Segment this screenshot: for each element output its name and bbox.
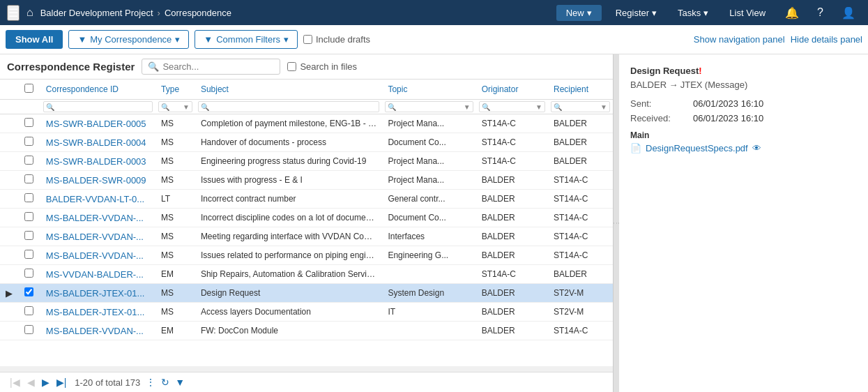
th-originator[interactable]: Originator — [476, 80, 548, 100]
row-checkbox-cell[interactable] — [19, 322, 40, 340]
file-link[interactable]: DesignRequestSpecs.pdf — [646, 143, 748, 153]
filter-subject-input[interactable] — [211, 103, 377, 111]
user-icon[interactable]: 👤 — [836, 3, 861, 22]
show-all-button[interactable]: Show All — [6, 30, 63, 49]
menu-button[interactable]: ☰ — [7, 5, 20, 21]
row-checkbox[interactable] — [24, 250, 33, 259]
th-recipient[interactable]: Recipient — [548, 80, 613, 100]
row-id-cell[interactable]: BALDER-VVDAN-LT-0... — [40, 190, 155, 209]
row-id-cell[interactable]: MS-SWR-BALDER-0003 — [40, 152, 155, 171]
table-row[interactable]: MS-BALDER-VVDAN-...MSIssues related to p… — [0, 246, 613, 265]
filter-type-input[interactable] — [171, 103, 181, 111]
my-correspondence-filter[interactable]: ▼ My Correspondence ▾ — [68, 30, 189, 49]
row-checkbox-cell[interactable] — [19, 246, 40, 265]
row-checkbox-cell[interactable] — [19, 133, 40, 152]
row-checkbox[interactable] — [24, 193, 33, 202]
list-view-button[interactable]: List View — [722, 5, 772, 21]
row-checkbox-cell[interactable] — [19, 152, 40, 171]
row-id-cell[interactable]: MS-BALDER-VVDAN-... — [40, 227, 155, 246]
table-row[interactable]: MS-SWR-BALDER-0003MSEngineering progress… — [0, 152, 613, 171]
correspondence-id-link[interactable]: MS-VVDAN-BALDER-... — [46, 269, 144, 280]
orig-filter-funnel[interactable]: ▼ — [535, 103, 542, 111]
row-checkbox[interactable] — [24, 174, 33, 183]
refresh-icon[interactable]: ↻ — [161, 377, 169, 388]
correspondence-id-link[interactable]: BALDER-VVDAN-LT-0... — [46, 194, 144, 204]
search-in-files-label[interactable]: Search in files — [287, 61, 357, 72]
correspondence-id-link[interactable]: MS-BALDER-VVDAN-... — [46, 213, 144, 223]
new-button[interactable]: New ▾ — [556, 5, 602, 21]
table-row[interactable]: MS-BALDER-VVDAN-...MSIncorrect disciplin… — [0, 209, 613, 227]
more-options-icon[interactable]: ⋮ — [146, 377, 155, 388]
select-all-checkbox[interactable] — [24, 84, 33, 93]
row-checkbox-cell[interactable] — [19, 284, 40, 303]
row-checkbox-cell[interactable] — [19, 190, 40, 209]
filter-orig-input[interactable] — [492, 103, 534, 111]
search-box[interactable]: 🔍 — [142, 59, 280, 75]
row-checkbox[interactable] — [24, 156, 33, 165]
row-checkbox[interactable] — [24, 306, 33, 315]
row-checkbox[interactable] — [24, 269, 33, 278]
eye-icon[interactable]: 👁 — [752, 143, 761, 153]
th-subject[interactable]: Subject — [195, 80, 383, 100]
search-in-files-checkbox[interactable] — [287, 62, 296, 71]
table-row[interactable]: MS-BALDER-VVDAN-...MSMeeting regarding i… — [0, 227, 613, 246]
th-correspondence-id[interactable]: Correspondence ID — [40, 80, 155, 100]
row-checkbox-cell[interactable] — [19, 209, 40, 227]
register-button[interactable]: Register ▾ — [609, 5, 664, 21]
horizontal-scrollbar[interactable] — [0, 366, 613, 372]
notifications-icon[interactable]: 🔔 — [779, 3, 805, 22]
th-topic[interactable]: Topic — [382, 80, 475, 100]
row-checkbox-cell[interactable] — [19, 171, 40, 190]
help-icon[interactable]: ? — [812, 3, 829, 22]
row-id-cell[interactable]: MS-BALDER-VVDAN-... — [40, 322, 155, 340]
row-id-cell[interactable]: MS-BALDER-SWR-0009 — [40, 171, 155, 190]
row-id-cell[interactable]: MS-VVDAN-BALDER-... — [40, 265, 155, 284]
first-page-button[interactable]: |◀ — [7, 375, 23, 389]
next-page-button[interactable]: ▶ — [39, 375, 52, 389]
filter-id-input[interactable] — [56, 103, 150, 111]
include-drafts-checkbox[interactable] — [303, 35, 312, 44]
table-row[interactable]: BALDER-VVDAN-LT-0...LTIncorrect contract… — [0, 190, 613, 209]
topic-filter-funnel[interactable]: ▼ — [464, 103, 471, 111]
hide-details-panel-button[interactable]: Hide details panel — [791, 34, 862, 45]
filter-topic-input[interactable] — [397, 103, 462, 111]
correspondence-id-link[interactable]: MS-BALDER-JTEX-01... — [46, 307, 145, 317]
row-checkbox-cell[interactable] — [19, 303, 40, 322]
row-checkbox[interactable] — [24, 325, 33, 334]
table-row[interactable]: MS-BALDER-SWR-0009MSIssues with progress… — [0, 171, 613, 190]
th-type[interactable]: Type — [155, 80, 195, 100]
type-filter-funnel[interactable]: ▼ — [183, 103, 190, 111]
filter-active-icon[interactable]: ▼ — [175, 377, 185, 388]
include-drafts-label[interactable]: Include drafts — [303, 34, 370, 45]
row-checkbox[interactable] — [24, 287, 33, 296]
correspondence-id-link[interactable]: MS-SWR-BALDER-0005 — [46, 119, 146, 129]
correspondence-id-link[interactable]: MS-SWR-BALDER-0004 — [46, 137, 146, 148]
table-row[interactable]: ▶MS-BALDER-JTEX-01...MSDesign RequestSys… — [0, 284, 613, 303]
correspondence-id-link[interactable]: MS-SWR-BALDER-0003 — [46, 156, 146, 167]
panel-resize-handle[interactable]: ⋮ — [614, 54, 619, 392]
correspondence-id-link[interactable]: MS-BALDER-VVDAN-... — [46, 326, 144, 336]
row-checkbox[interactable] — [24, 212, 33, 221]
correspondence-id-link[interactable]: MS-BALDER-SWR-0009 — [46, 175, 146, 186]
table-row[interactable]: MS-VVDAN-BALDER-...EMShip Repairs, Autom… — [0, 265, 613, 284]
correspondence-id-link[interactable]: MS-BALDER-VVDAN-... — [46, 232, 144, 242]
tasks-button[interactable]: Tasks ▾ — [671, 5, 715, 21]
correspondence-id-link[interactable]: MS-BALDER-JTEX-01... — [46, 288, 145, 299]
row-id-cell[interactable]: MS-SWR-BALDER-0005 — [40, 114, 155, 133]
row-checkbox[interactable] — [24, 118, 33, 127]
row-id-cell[interactable]: MS-BALDER-JTEX-01... — [40, 303, 155, 322]
row-checkbox-cell[interactable] — [19, 265, 40, 284]
prev-page-button[interactable]: ◀ — [24, 375, 38, 389]
correspondence-id-link[interactable]: MS-BALDER-VVDAN-... — [46, 250, 144, 261]
th-checkbox[interactable] — [19, 80, 40, 100]
recip-filter-funnel[interactable]: ▼ — [600, 103, 607, 111]
home-icon[interactable]: ⌂ — [26, 6, 33, 19]
row-checkbox[interactable] — [24, 231, 33, 240]
row-id-cell[interactable]: MS-BALDER-VVDAN-... — [40, 209, 155, 227]
last-page-button[interactable]: ▶| — [54, 375, 70, 389]
table-row[interactable]: MS-BALDER-JTEX-01...MSAccess layers Docu… — [0, 303, 613, 322]
table-row[interactable]: MS-SWR-BALDER-0004MSHandover of document… — [0, 133, 613, 152]
search-input[interactable] — [162, 61, 274, 72]
table-row[interactable]: MS-BALDER-VVDAN-...EMFW: DocCon ModuleBA… — [0, 322, 613, 340]
show-navigation-panel-button[interactable]: Show navigation panel — [694, 34, 785, 45]
